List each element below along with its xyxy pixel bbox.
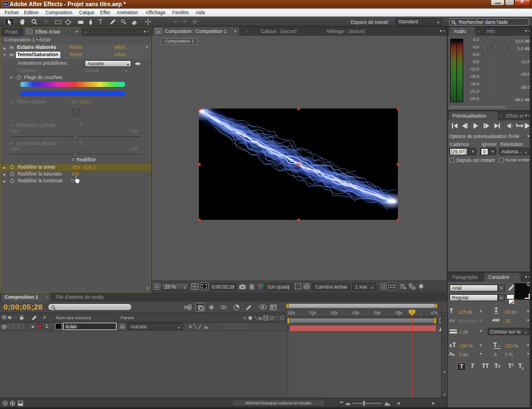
svg-text:fx: fx [204, 325, 209, 330]
svg-text:fx: fx [259, 316, 263, 321]
